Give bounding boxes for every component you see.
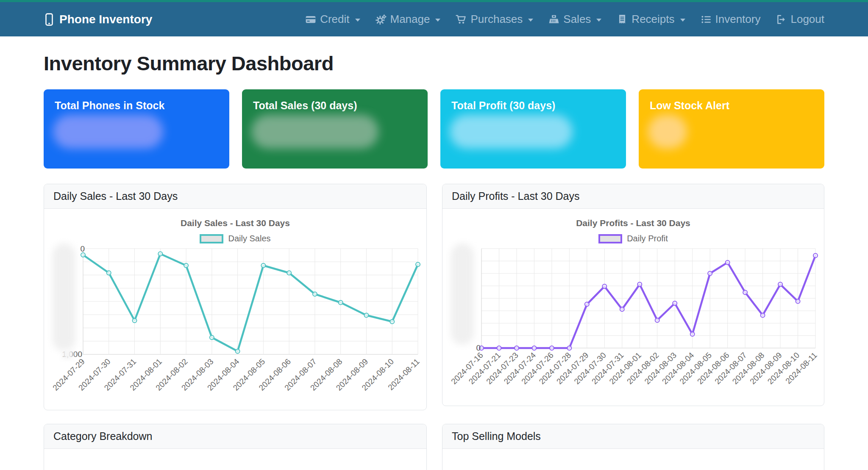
nav-item-credit[interactable]: Credit xyxy=(305,13,360,26)
daily-sales-card-header: Daily Sales - Last 30 Days xyxy=(44,184,426,209)
redacted-value-blob xyxy=(450,115,573,149)
chevron-down-icon xyxy=(596,19,601,22)
nav-item-purchases[interactable]: Purchases xyxy=(456,13,533,26)
category-breakdown-header: Category Breakdown xyxy=(44,424,426,449)
daily-sales-legend-label: Daily Sales xyxy=(228,234,270,243)
nav-item-label: Logout xyxy=(790,13,824,26)
top-selling-models-header: Top Selling Models xyxy=(442,424,824,449)
chevron-down-icon xyxy=(680,19,685,22)
nav-items: CreditManagePurchasesSalesReceiptsInvent… xyxy=(305,13,824,26)
nav-item-label: Inventory xyxy=(715,13,761,26)
daily-profits-legend-swatch xyxy=(598,234,622,243)
stat-card-label: Total Profit (30 days) xyxy=(451,100,615,112)
nav-item-logout[interactable]: Logout xyxy=(776,13,824,26)
page-title: Inventory Summary Dashboard xyxy=(44,52,824,75)
nav-item-manage[interactable]: Manage xyxy=(376,13,441,26)
daily-profits-legend-label: Daily Profit xyxy=(627,234,668,243)
gears-icon xyxy=(376,14,387,25)
nav-item-inventory[interactable]: Inventory xyxy=(701,13,761,26)
brand-label: Phone Inventory xyxy=(59,13,152,26)
daily-profits-card: Daily Profits - Last 30 Days Daily Profi… xyxy=(442,184,824,406)
category-breakdown-card: Category Breakdown xyxy=(44,424,427,470)
charts-row: Daily Sales - Last 30 Days Daily Sales -… xyxy=(44,184,824,410)
nav-item-receipts[interactable]: Receipts xyxy=(617,13,685,26)
stat-card-total-phones-in-stock: Total Phones in Stock xyxy=(44,89,229,169)
y-tick-fragment-top: 0 xyxy=(80,244,85,254)
daily-profits-card-header: Daily Profits - Last 30 Days xyxy=(442,184,824,209)
redaction-blur-blob xyxy=(451,243,474,345)
nav-item-label: Receipts xyxy=(632,13,674,26)
daily-profits-legend: Daily Profit xyxy=(451,234,815,243)
nav-item-sales[interactable]: Sales xyxy=(548,13,601,26)
bottom-row: Category Breakdown Top Selling Models xyxy=(44,424,824,470)
chevron-down-icon xyxy=(528,19,533,22)
daily-sales-chart-title: Daily Sales - Last 30 Days xyxy=(53,218,418,228)
stat-card-label: Total Phones in Stock xyxy=(55,100,218,112)
nav-item-label: Credit xyxy=(320,13,349,26)
receipt-icon xyxy=(617,14,628,25)
nav-item-label: Sales xyxy=(563,13,591,26)
daily-sales-legend-swatch xyxy=(200,234,223,243)
stat-card-label: Total Sales (30 days) xyxy=(253,100,417,112)
redaction-blur-blob xyxy=(53,243,75,351)
list-icon xyxy=(701,14,712,25)
redaction-blur-small xyxy=(62,349,73,359)
cash-register-icon xyxy=(548,14,559,25)
navbar: Phone Inventory CreditManagePurchasesSal… xyxy=(0,2,868,36)
daily-sales-line-chart: 2024-07-292024-07-302024-07-312024-08-01… xyxy=(83,249,418,395)
chevron-down-icon xyxy=(355,19,360,22)
redacted-value-blob xyxy=(53,115,163,149)
chevron-down-icon xyxy=(435,19,440,22)
stat-card-low-stock-alert: Low Stock Alert xyxy=(639,89,824,169)
stat-card-total-sales-30-days-: Total Sales (30 days) xyxy=(242,89,428,169)
nav-item-label: Manage xyxy=(390,13,430,26)
daily-profits-line-chart: 2024-07-162024-07-212024-07-232024-07-24… xyxy=(481,249,815,389)
redacted-value-blob xyxy=(648,115,687,149)
redacted-value-blob xyxy=(251,115,378,149)
stat-card-total-profit-30-days-: Total Profit (30 days) xyxy=(440,89,626,169)
daily-sales-card: Daily Sales - Last 30 Days Daily Sales -… xyxy=(44,184,427,410)
daily-profits-y-axis: 0 xyxy=(451,249,481,348)
daily-sales-y-axis: 0 1,000 xyxy=(53,249,83,354)
mobile-phone-icon xyxy=(44,13,55,26)
credit-card-icon xyxy=(305,14,316,25)
navbar-brand[interactable]: Phone Inventory xyxy=(44,13,152,26)
daily-sales-legend: Daily Sales xyxy=(53,234,418,243)
logout-icon xyxy=(776,14,787,25)
y-tick-label-bottom: 0 xyxy=(476,343,481,353)
cart-icon xyxy=(456,14,467,25)
stat-card-label: Low Stock Alert xyxy=(650,100,813,112)
daily-profits-chart-title: Daily Profits - Last 30 Days xyxy=(451,218,815,228)
stats-row: Total Phones in StockTotal Sales (30 day… xyxy=(44,89,824,169)
nav-item-label: Purchases xyxy=(470,13,523,26)
top-selling-models-card: Top Selling Models xyxy=(442,424,824,470)
